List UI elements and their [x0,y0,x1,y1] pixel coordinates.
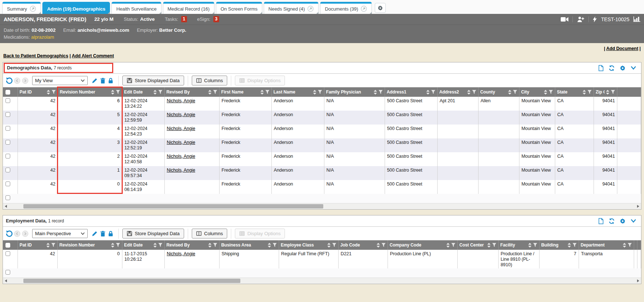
history-back-icon[interactable] [13,77,21,85]
tasks-badge[interactable]: 1 [181,16,187,22]
refresh-icon[interactable] [609,218,615,224]
row-checkbox[interactable] [5,251,10,256]
collapse-chevron-icon[interactable] [630,219,636,223]
filter-icon[interactable] [549,90,553,94]
filter-icon[interactable] [318,90,322,94]
column-header-address2[interactable]: Address2 [437,87,478,97]
scroll-left-arrow[interactable] [3,278,9,284]
column-header-department[interactable]: Department [579,240,634,250]
column-header-building[interactable]: Building [539,240,579,250]
column-header-revised-by[interactable]: Revised By [164,87,219,97]
sort-icon[interactable] [46,243,50,248]
row-checkbox[interactable] [5,270,10,275]
row-checkbox[interactable] [5,98,10,103]
add-document-link[interactable]: Add Document [606,46,639,51]
popout-icon[interactable] [361,5,367,12]
select-all-checkbox[interactable] [5,90,10,95]
filter-icon[interactable] [273,243,277,247]
bar-chart-icon[interactable] [633,16,640,22]
filter-icon[interactable] [472,90,476,94]
filter-icon[interactable] [158,243,163,247]
filter-icon[interactable] [431,90,435,94]
filter-icon[interactable] [611,90,615,94]
view-selector[interactable]: My View [32,76,88,85]
row-checkbox[interactable] [5,154,10,158]
scroll-right-arrow[interactable] [635,278,641,284]
revised-by-link[interactable]: Nichols, Angie [167,140,195,145]
add-person-icon[interactable] [577,16,584,22]
revised-by-link[interactable]: Nichols, Angie [167,112,195,117]
history-forward-icon[interactable] [21,230,29,238]
refresh-icon[interactable] [609,65,615,71]
filter-icon[interactable] [332,243,336,247]
tab-on-screen-forms[interactable]: On Screen Forms [216,2,262,14]
column-header-job-code[interactable]: Job Code [338,240,388,250]
undo-icon[interactable] [5,77,13,85]
column-header-pat-id[interactable]: Pat ID [18,240,57,250]
filter-icon[interactable] [51,243,56,247]
column-header-company-code[interactable]: Company Code [388,240,457,250]
view-selector[interactable]: Main Perspective [32,229,88,238]
edit-view-pencil-icon[interactable] [91,230,99,238]
history-forward-icon[interactable] [21,77,29,85]
sort-icon[interactable] [153,90,157,95]
column-header-revision-number[interactable]: Revision Number [57,240,122,250]
add-alert-comment-link[interactable]: Add Alert Comment [72,53,114,58]
sort-icon[interactable] [623,243,626,248]
column-header-edit-date[interactable]: Edit Date [122,87,164,97]
revised-by-link[interactable]: Nichols, Angie [167,126,195,131]
sort-icon[interactable] [374,90,377,95]
filter-icon[interactable] [587,90,592,94]
sort-icon[interactable] [111,90,114,95]
tab-summary[interactable]: Summary [2,2,41,14]
sort-icon[interactable] [544,90,547,95]
revised-by-link[interactable]: Nichols, Angie [167,251,195,256]
column-header-h[interactable]: H [634,240,637,250]
store-displayed-data-button[interactable]: Store Displayed Data [122,229,184,238]
filter-icon[interactable] [378,90,383,94]
edit-view-pencil-icon[interactable] [91,77,99,85]
filter-icon[interactable] [116,90,120,94]
column-header-zip-code[interactable]: Zip Code [594,87,617,97]
column-header-facility[interactable]: Facility [498,240,539,250]
columns-button[interactable]: Columns [192,229,227,238]
lightning-icon[interactable] [593,16,597,22]
revised-by-link[interactable]: Nichols, Angie [167,168,195,173]
column-header-county[interactable]: County [478,87,519,97]
column-header-employee-class[interactable]: Employee Class [279,240,338,250]
sort-icon[interactable] [208,90,212,95]
sort-icon[interactable] [426,90,430,95]
columns-button[interactable]: Columns [192,76,227,85]
new-document-icon[interactable] [598,65,604,71]
sort-icon[interactable] [508,90,511,95]
sort-icon[interactable] [208,243,212,248]
column-header-city[interactable]: City [519,87,555,97]
sort-icon[interactable] [487,243,491,248]
filter-icon[interactable] [52,90,56,94]
scrollbar-thumb[interactable] [23,204,323,209]
horizontal-scrollbar[interactable] [3,203,641,209]
tab-medical-record[interactable]: Medical Record (16) [163,2,214,14]
sort-icon[interactable] [268,243,271,248]
sort-icon[interactable] [467,90,470,95]
revised-by-link[interactable]: Nichols, Angie [167,154,195,159]
filter-icon[interactable] [533,243,537,247]
filter-icon[interactable] [572,243,577,247]
column-header-revised-by[interactable]: Revised By [164,240,219,250]
video-camera-icon[interactable] [561,17,568,22]
collapse-chevron-icon[interactable] [630,66,636,70]
filter-icon[interactable] [492,243,496,247]
undo-icon[interactable] [5,230,13,238]
column-header-last-name[interactable]: Last Name [271,87,324,97]
revised-by-link[interactable]: Nichols, Angie [167,98,195,103]
filter-icon[interactable] [265,90,270,94]
scrollbar-thumb[interactable] [23,279,240,283]
row-checkbox[interactable] [5,195,10,200]
scroll-left-arrow[interactable] [3,203,9,209]
row-checkbox[interactable] [5,181,10,186]
column-header-cost-center[interactable]: Cost Center [457,240,498,250]
esign-badge[interactable]: 3 [213,16,219,22]
column-header-first-name[interactable]: First Name [219,87,271,97]
popout-icon[interactable] [30,5,36,12]
sort-icon[interactable] [606,90,609,95]
